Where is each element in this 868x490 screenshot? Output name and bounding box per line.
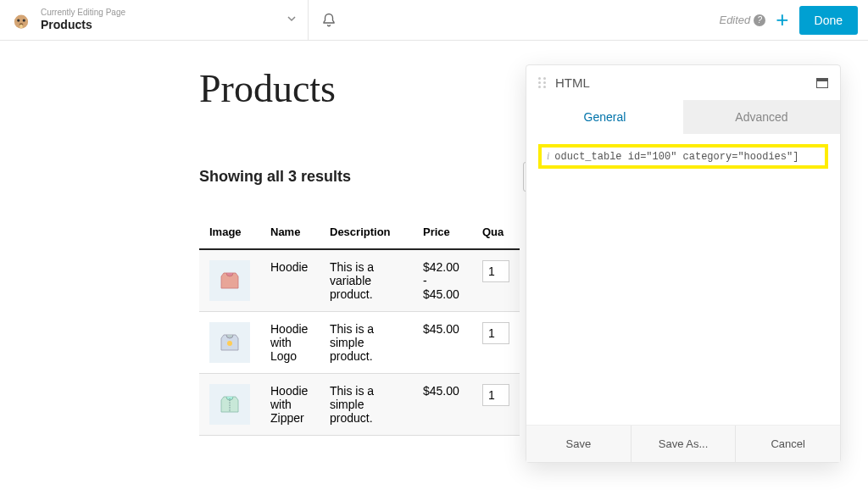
- edited-indicator[interactable]: Edited ?: [719, 14, 765, 26]
- svg-rect-4: [19, 24, 22, 27]
- col-description: Description: [320, 217, 413, 249]
- product-desc: This is a variable product.: [320, 249, 413, 312]
- col-price: Price: [413, 217, 472, 249]
- tab-general[interactable]: General: [526, 100, 683, 134]
- html-settings-panel: HTML General Advanced i oduct_table id="…: [526, 64, 841, 463]
- product-thumb[interactable]: [209, 322, 250, 363]
- product-price: $45.00: [413, 374, 472, 436]
- tab-advanced[interactable]: Advanced: [683, 100, 840, 134]
- col-name: Name: [260, 217, 320, 249]
- page-selector[interactable]: Currently Editing Page Products: [0, 0, 309, 40]
- hoodie-icon: [215, 266, 244, 295]
- beaver-logo-icon: [10, 9, 32, 31]
- quantity-input[interactable]: [482, 384, 509, 406]
- products-table: Image Name Description Price Qua Hoodie …: [199, 217, 520, 436]
- product-name: Hoodie: [260, 249, 320, 312]
- product-thumb[interactable]: [209, 384, 250, 425]
- hoodie-logo-icon: [215, 328, 244, 357]
- done-button[interactable]: Done: [799, 6, 858, 35]
- code-text: oduct_table id="100" category="hoodies"]: [554, 151, 798, 163]
- chevron-down-icon[interactable]: [286, 13, 298, 28]
- svg-point-5: [227, 341, 232, 346]
- drag-handle-icon[interactable]: [538, 77, 547, 88]
- add-button[interactable]: +: [776, 7, 788, 33]
- table-row: Hoodie with Zipper This is a simple prod…: [199, 374, 520, 436]
- svg-point-2: [23, 19, 25, 21]
- product-desc: This is a simple product.: [320, 374, 413, 436]
- product-name: Hoodie with Logo: [260, 312, 320, 374]
- cancel-button[interactable]: Cancel: [735, 426, 840, 462]
- quantity-input[interactable]: [482, 260, 509, 282]
- panel-tabs: General Advanced: [526, 100, 840, 134]
- code-editor[interactable]: i oduct_table id="100" category="hoodies…: [538, 144, 828, 169]
- hoodie-zipper-icon: [215, 390, 244, 419]
- save-as-button[interactable]: Save As...: [631, 426, 736, 462]
- table-row: Hoodie This is a variable product. $42.0…: [199, 249, 520, 312]
- bell-icon: [321, 13, 337, 28]
- subtitle: Currently Editing Page: [41, 8, 125, 18]
- window-icon[interactable]: [816, 78, 828, 88]
- product-price: $42.00 - $45.00: [413, 249, 472, 312]
- results-count: Showing all 3 results: [199, 168, 351, 186]
- col-image: Image: [199, 217, 260, 249]
- notifications-button[interactable]: [309, 0, 349, 40]
- save-button[interactable]: Save: [526, 426, 631, 462]
- product-price: $45.00: [413, 312, 472, 374]
- panel-title: HTML: [555, 75, 590, 90]
- quantity-input[interactable]: [482, 322, 509, 344]
- help-icon: ?: [754, 14, 765, 26]
- product-thumb[interactable]: [209, 260, 250, 301]
- table-row: Hoodie with Logo This is a simple produc…: [199, 312, 520, 374]
- col-quantity: Qua: [472, 217, 520, 249]
- panel-header[interactable]: HTML: [526, 65, 840, 100]
- page-title-label: Products: [41, 18, 125, 32]
- product-name: Hoodie with Zipper: [260, 374, 320, 436]
- product-desc: This is a simple product.: [320, 312, 413, 374]
- panel-footer: Save Save As... Cancel: [526, 425, 840, 462]
- svg-point-1: [17, 19, 19, 21]
- topbar: Currently Editing Page Products Edited ?…: [0, 0, 868, 41]
- info-icon: i: [547, 150, 549, 163]
